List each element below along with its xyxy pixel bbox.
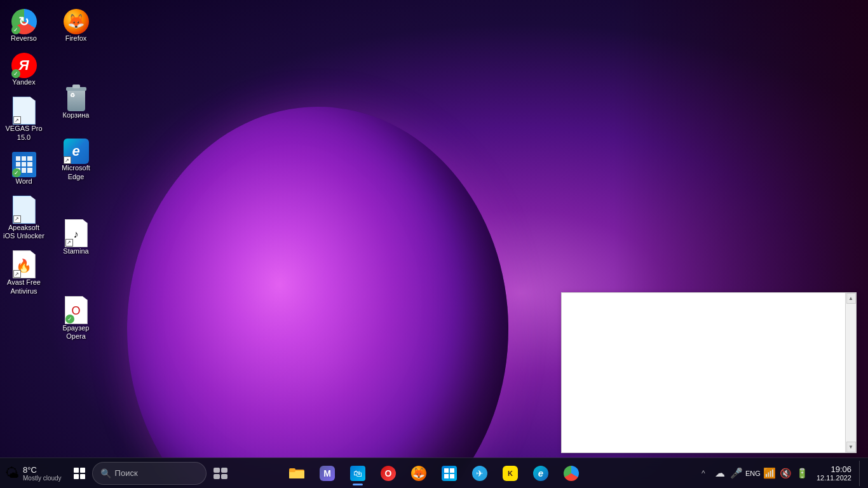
weather-icon: 🌤 <box>5 465 19 482</box>
win-cell-3 <box>74 474 79 479</box>
recycle-bin-item[interactable]: ♻ Корзина <box>52 81 100 123</box>
icon-column-left: ✓ Reverso Я ✓ Yandex ↗ VEGAS Pro1 <box>0 5 48 302</box>
apeaksoft-icon-item[interactable]: ↗ ApeaksoftiOS Unlocker <box>0 192 48 244</box>
microphone-icon[interactable]: 🎤 <box>730 467 743 480</box>
check-badge: ✓ <box>65 315 74 323</box>
desktop-icons-area: ✓ Reverso Я ✓ Yandex ↗ VEGAS Pro1 <box>0 0 127 458</box>
stamina-label: Stamina <box>63 247 88 255</box>
taskbar: 🌤 8°C Mostly cloudy 🔍 Поиск <box>0 458 868 488</box>
popup-window: ▲ ▼ <box>561 292 857 453</box>
edge-label: MicrosoftEdge <box>62 164 90 180</box>
edge-taskbar-button[interactable]: e <box>527 459 555 487</box>
search-bar[interactable]: 🔍 Поиск <box>92 462 207 485</box>
weather-condition: Mostly cloudy <box>23 475 62 482</box>
reverso-icon-item[interactable]: ✓ Reverso <box>0 5 48 46</box>
task-view-button[interactable] <box>207 459 234 487</box>
win-cell-2 <box>80 468 85 473</box>
battery-icon[interactable]: 🔋 <box>796 467 809 480</box>
cloud-icon[interactable]: ☁ <box>714 467 726 480</box>
avast-label: Avast FreeAntivirus <box>7 278 41 295</box>
language-indicator[interactable]: ENG <box>747 467 759 480</box>
meet-taskbar-button[interactable]: M <box>313 459 341 487</box>
clock-time: 19:06 <box>831 464 851 474</box>
show-desktop-button[interactable] <box>859 461 863 486</box>
opera-taskbar-icon: O <box>381 466 396 481</box>
desktop: ✓ Reverso Я ✓ Yandex ↗ VEGAS Pro1 <box>0 0 868 488</box>
weather-widget[interactable]: 🌤 8°C Mostly cloudy <box>0 465 67 482</box>
recycle-label: Корзина <box>63 111 90 119</box>
firefox-taskbar-button[interactable]: 🦊 <box>405 459 433 487</box>
store-icon: 🛍 <box>350 466 365 481</box>
win-cell-1 <box>74 468 79 473</box>
shortcut-arrow: ↗ <box>65 239 73 247</box>
shortcut-arrow: ↗ <box>13 270 21 278</box>
telegram-taskbar-button[interactable]: ✈ <box>466 459 494 487</box>
talk-taskbar-icon: K <box>503 466 518 481</box>
system-tray: ^ ☁ 🎤 ENG 📶 🔇 🔋 <box>697 461 868 486</box>
popup-scrollbar[interactable]: ▲ ▼ <box>845 293 856 452</box>
opera-icon-item[interactable]: O ✓ БраузерOpera <box>52 292 100 344</box>
task-view-icon <box>214 468 227 479</box>
icon-column-right: 🦊 Firefox ♻ Корзина <box>52 5 100 347</box>
wifi-icon[interactable]: 📶 <box>763 467 776 480</box>
search-icon: 🔍 <box>100 468 111 478</box>
edge-icon-item[interactable]: e ↗ MicrosoftEdge <box>52 135 100 184</box>
avast-icon-item[interactable]: 🔥 ↗ Avast FreeAntivirus <box>0 247 48 299</box>
tray-expand-icon[interactable]: ^ <box>697 467 710 480</box>
svg-rect-2 <box>289 468 295 472</box>
yandex-label: Yandex <box>12 78 36 86</box>
reverso-taskbar-icon <box>564 466 579 481</box>
vegas-icon: ↗ <box>13 97 36 125</box>
stamina-icon-item[interactable]: ♪ ↗ Stamina <box>52 215 100 259</box>
clock-widget[interactable]: 19:06 12.11.2022 <box>813 464 855 482</box>
opera-label: БраузерOpera <box>63 324 90 341</box>
store-taskbar-button[interactable]: 🛍 <box>344 459 372 487</box>
edge-taskbar-icon: e <box>533 466 548 481</box>
win-cell-4 <box>80 474 85 479</box>
firefox-icon: 🦊 <box>64 9 89 34</box>
start-button[interactable] <box>67 461 92 486</box>
check-badge: ✓ <box>12 168 21 177</box>
word-icon-item[interactable]: ✓ Word <box>0 148 48 189</box>
scroll-down-arrow[interactable]: ▼ <box>846 442 856 452</box>
shortcut-arrow: ↗ <box>64 156 71 164</box>
stamina-icon: ♪ ↗ <box>65 219 88 247</box>
word-label: Word <box>15 177 32 186</box>
reverso-taskbar-button[interactable] <box>557 459 585 487</box>
avast-icon: 🔥 ↗ <box>13 250 36 278</box>
taskbar-apps: M 🛍 O 🦊 <box>283 459 585 487</box>
yandex-icon-item[interactable]: Я ✓ Yandex <box>0 49 48 90</box>
firefox-icon-item[interactable]: 🦊 Firefox <box>52 5 100 46</box>
firefox-taskbar-icon: 🦊 <box>411 466 426 481</box>
reverso-label: Reverso <box>11 34 37 43</box>
meet-icon: M <box>320 466 335 481</box>
search-text: Поиск <box>115 468 138 478</box>
vegas-label: VEGAS Pro15.0 <box>5 125 42 141</box>
check-badge: ✓ <box>11 69 20 78</box>
check-badge: ✓ <box>11 25 20 34</box>
explorer-taskbar-button[interactable] <box>283 459 311 487</box>
popup-content <box>562 293 856 452</box>
weather-text: 8°C Mostly cloudy <box>23 465 62 482</box>
scroll-up-arrow[interactable]: ▲ <box>846 293 856 304</box>
opera-icon: O ✓ <box>65 296 88 324</box>
telegram-taskbar-icon: ✈ <box>472 466 487 481</box>
vegas-icon-item[interactable]: ↗ VEGAS Pro15.0 <box>0 93 48 145</box>
msstore-taskbar-button[interactable] <box>435 459 463 487</box>
talk-taskbar-button[interactable]: K <box>496 459 524 487</box>
clock-date: 12.11.2022 <box>817 474 851 482</box>
opera-taskbar-button[interactable]: O <box>374 459 402 487</box>
shortcut-arrow: ↗ <box>13 215 21 223</box>
explorer-icon <box>289 466 304 481</box>
firefox-label: Firefox <box>65 34 87 43</box>
windows-logo <box>74 468 85 479</box>
volume-icon[interactable]: 🔇 <box>780 467 792 480</box>
recycle-bin-icon: ♻ <box>65 85 88 111</box>
shortcut-arrow: ↗ <box>13 116 21 124</box>
apeaksoft-icon: ↗ <box>13 196 36 224</box>
msstore-icon <box>442 466 457 481</box>
weather-temp: 8°C <box>23 465 62 475</box>
apeaksoft-label: ApeaksoftiOS Unlocker <box>3 224 44 240</box>
language-text: ENG <box>745 470 761 477</box>
